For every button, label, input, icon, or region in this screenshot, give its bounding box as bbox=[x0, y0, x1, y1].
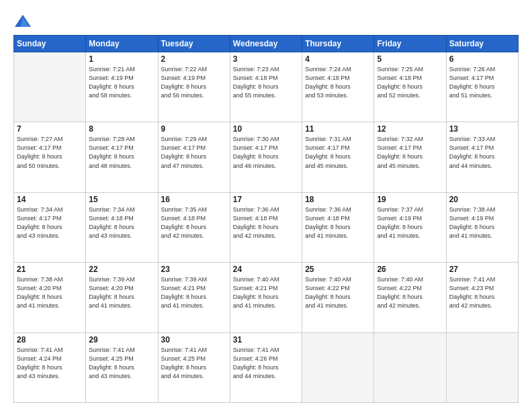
day-number: 19 bbox=[377, 195, 443, 204]
calendar-day-cell: 4Sunrise: 7:24 AMSunset: 4:18 PMDaylight… bbox=[302, 52, 374, 122]
day-info: Sunrise: 7:36 AMSunset: 4:18 PMDaylight:… bbox=[233, 205, 299, 240]
day-info: Sunrise: 7:41 AMSunset: 4:25 PMDaylight:… bbox=[161, 346, 227, 381]
weekday-header-friday: Friday bbox=[374, 36, 446, 52]
day-info: Sunrise: 7:22 AMSunset: 4:19 PMDaylight:… bbox=[161, 65, 227, 100]
day-number: 22 bbox=[89, 265, 154, 274]
calendar-day-cell: 11Sunrise: 7:31 AMSunset: 4:17 PMDayligh… bbox=[302, 122, 374, 192]
calendar-day-cell: 14Sunrise: 7:34 AMSunset: 4:17 PMDayligh… bbox=[14, 192, 86, 262]
calendar-day-cell: 2Sunrise: 7:22 AMSunset: 4:19 PMDaylight… bbox=[158, 52, 230, 122]
day-number: 2 bbox=[161, 54, 227, 64]
page: SundayMondayTuesdayWednesdayThursdayFrid… bbox=[0, 0, 532, 411]
calendar-day-cell: 22Sunrise: 7:39 AMSunset: 4:20 PMDayligh… bbox=[86, 263, 158, 332]
day-info: Sunrise: 7:34 AMSunset: 4:17 PMDaylight:… bbox=[17, 205, 83, 240]
day-number: 11 bbox=[305, 124, 371, 134]
day-info: Sunrise: 7:33 AMSunset: 4:17 PMDaylight:… bbox=[449, 135, 515, 170]
calendar-table: SundayMondayTuesdayWednesdayThursdayFrid… bbox=[13, 35, 519, 403]
calendar-day-cell: 10Sunrise: 7:30 AMSunset: 4:17 PMDayligh… bbox=[230, 122, 302, 192]
day-number: 6 bbox=[449, 54, 515, 64]
day-number: 25 bbox=[305, 265, 371, 274]
day-info: Sunrise: 7:35 AMSunset: 4:18 PMDaylight:… bbox=[161, 205, 227, 240]
calendar-day-cell: 13Sunrise: 7:33 AMSunset: 4:17 PMDayligh… bbox=[446, 122, 518, 192]
header bbox=[13, 12, 519, 31]
day-number: 8 bbox=[89, 124, 154, 134]
day-info: Sunrise: 7:41 AMSunset: 4:24 PMDaylight:… bbox=[17, 346, 83, 381]
day-number: 3 bbox=[233, 54, 299, 64]
day-number: 14 bbox=[17, 195, 83, 204]
calendar-week-row: 14Sunrise: 7:34 AMSunset: 4:17 PMDayligh… bbox=[14, 192, 519, 262]
calendar-day-cell: 19Sunrise: 7:37 AMSunset: 4:19 PMDayligh… bbox=[374, 192, 446, 262]
day-number: 9 bbox=[161, 124, 227, 134]
calendar-week-row: 28Sunrise: 7:41 AMSunset: 4:24 PMDayligh… bbox=[14, 332, 519, 402]
day-info: Sunrise: 7:28 AMSunset: 4:17 PMDaylight:… bbox=[89, 135, 154, 170]
calendar-day-cell bbox=[302, 332, 374, 402]
weekday-header-tuesday: Tuesday bbox=[158, 36, 230, 52]
calendar-day-cell: 21Sunrise: 7:38 AMSunset: 4:20 PMDayligh… bbox=[14, 263, 86, 332]
day-number: 20 bbox=[449, 195, 515, 204]
day-number: 17 bbox=[233, 195, 299, 204]
day-number: 18 bbox=[305, 195, 371, 204]
day-info: Sunrise: 7:31 AMSunset: 4:17 PMDaylight:… bbox=[305, 135, 371, 170]
day-info: Sunrise: 7:41 AMSunset: 4:23 PMDaylight:… bbox=[449, 275, 515, 310]
calendar-day-cell: 15Sunrise: 7:34 AMSunset: 4:18 PMDayligh… bbox=[86, 192, 158, 262]
calendar-day-cell: 29Sunrise: 7:41 AMSunset: 4:25 PMDayligh… bbox=[86, 332, 158, 402]
day-info: Sunrise: 7:36 AMSunset: 4:18 PMDaylight:… bbox=[305, 205, 371, 240]
day-info: Sunrise: 7:27 AMSunset: 4:17 PMDaylight:… bbox=[17, 135, 83, 170]
weekday-header-row: SundayMondayTuesdayWednesdayThursdayFrid… bbox=[14, 36, 519, 52]
day-number: 23 bbox=[161, 265, 227, 274]
calendar-day-cell bbox=[446, 332, 518, 402]
calendar-day-cell: 25Sunrise: 7:40 AMSunset: 4:22 PMDayligh… bbox=[302, 263, 374, 332]
day-number: 10 bbox=[233, 124, 299, 134]
calendar-day-cell: 1Sunrise: 7:21 AMSunset: 4:19 PMDaylight… bbox=[86, 52, 158, 122]
calendar-week-row: 21Sunrise: 7:38 AMSunset: 4:20 PMDayligh… bbox=[14, 263, 519, 332]
calendar-day-cell: 17Sunrise: 7:36 AMSunset: 4:18 PMDayligh… bbox=[230, 192, 302, 262]
calendar-day-cell: 12Sunrise: 7:32 AMSunset: 4:17 PMDayligh… bbox=[374, 122, 446, 192]
calendar-day-cell: 18Sunrise: 7:36 AMSunset: 4:18 PMDayligh… bbox=[302, 192, 374, 262]
day-number: 13 bbox=[449, 124, 515, 134]
calendar-day-cell: 9Sunrise: 7:29 AMSunset: 4:17 PMDaylight… bbox=[158, 122, 230, 192]
weekday-header-wednesday: Wednesday bbox=[230, 36, 302, 52]
day-info: Sunrise: 7:29 AMSunset: 4:17 PMDaylight:… bbox=[161, 135, 227, 170]
weekday-header-monday: Monday bbox=[86, 36, 158, 52]
calendar-day-cell: 28Sunrise: 7:41 AMSunset: 4:24 PMDayligh… bbox=[14, 332, 86, 402]
day-number: 15 bbox=[89, 195, 154, 204]
day-number: 31 bbox=[233, 335, 299, 345]
logo-icon bbox=[13, 12, 32, 31]
logo bbox=[13, 12, 35, 31]
calendar-day-cell: 6Sunrise: 7:26 AMSunset: 4:17 PMDaylight… bbox=[446, 52, 518, 122]
day-number: 28 bbox=[17, 335, 83, 345]
day-info: Sunrise: 7:21 AMSunset: 4:19 PMDaylight:… bbox=[89, 65, 154, 100]
day-info: Sunrise: 7:41 AMSunset: 4:25 PMDaylight:… bbox=[89, 346, 154, 381]
calendar-day-cell: 30Sunrise: 7:41 AMSunset: 4:25 PMDayligh… bbox=[158, 332, 230, 402]
weekday-header-thursday: Thursday bbox=[302, 36, 374, 52]
day-number: 4 bbox=[305, 54, 371, 64]
day-info: Sunrise: 7:40 AMSunset: 4:22 PMDaylight:… bbox=[377, 275, 443, 310]
day-number: 5 bbox=[377, 54, 443, 64]
calendar-day-cell bbox=[374, 332, 446, 402]
day-info: Sunrise: 7:32 AMSunset: 4:17 PMDaylight:… bbox=[377, 135, 443, 170]
day-number: 26 bbox=[377, 265, 443, 274]
day-info: Sunrise: 7:26 AMSunset: 4:17 PMDaylight:… bbox=[449, 65, 515, 100]
calendar-day-cell: 31Sunrise: 7:41 AMSunset: 4:26 PMDayligh… bbox=[230, 332, 302, 402]
calendar-day-cell: 7Sunrise: 7:27 AMSunset: 4:17 PMDaylight… bbox=[14, 122, 86, 192]
day-number: 7 bbox=[17, 124, 83, 134]
calendar-day-cell: 3Sunrise: 7:23 AMSunset: 4:18 PMDaylight… bbox=[230, 52, 302, 122]
day-number: 21 bbox=[17, 265, 83, 274]
calendar-day-cell: 26Sunrise: 7:40 AMSunset: 4:22 PMDayligh… bbox=[374, 263, 446, 332]
weekday-header-sunday: Sunday bbox=[14, 36, 86, 52]
day-number: 1 bbox=[89, 54, 154, 64]
calendar-day-cell: 20Sunrise: 7:38 AMSunset: 4:19 PMDayligh… bbox=[446, 192, 518, 262]
day-info: Sunrise: 7:40 AMSunset: 4:21 PMDaylight:… bbox=[233, 275, 299, 310]
weekday-header-saturday: Saturday bbox=[446, 36, 518, 52]
day-number: 29 bbox=[89, 335, 154, 345]
day-info: Sunrise: 7:37 AMSunset: 4:19 PMDaylight:… bbox=[377, 205, 443, 240]
day-info: Sunrise: 7:41 AMSunset: 4:26 PMDaylight:… bbox=[233, 346, 299, 381]
day-number: 12 bbox=[377, 124, 443, 134]
day-number: 24 bbox=[233, 265, 299, 274]
calendar-day-cell: 27Sunrise: 7:41 AMSunset: 4:23 PMDayligh… bbox=[446, 263, 518, 332]
calendar-day-cell: 23Sunrise: 7:39 AMSunset: 4:21 PMDayligh… bbox=[158, 263, 230, 332]
day-info: Sunrise: 7:24 AMSunset: 4:18 PMDaylight:… bbox=[305, 65, 371, 100]
day-info: Sunrise: 7:40 AMSunset: 4:22 PMDaylight:… bbox=[305, 275, 371, 310]
calendar-week-row: 1Sunrise: 7:21 AMSunset: 4:19 PMDaylight… bbox=[14, 52, 519, 122]
day-number: 30 bbox=[161, 335, 227, 345]
calendar-day-cell: 16Sunrise: 7:35 AMSunset: 4:18 PMDayligh… bbox=[158, 192, 230, 262]
